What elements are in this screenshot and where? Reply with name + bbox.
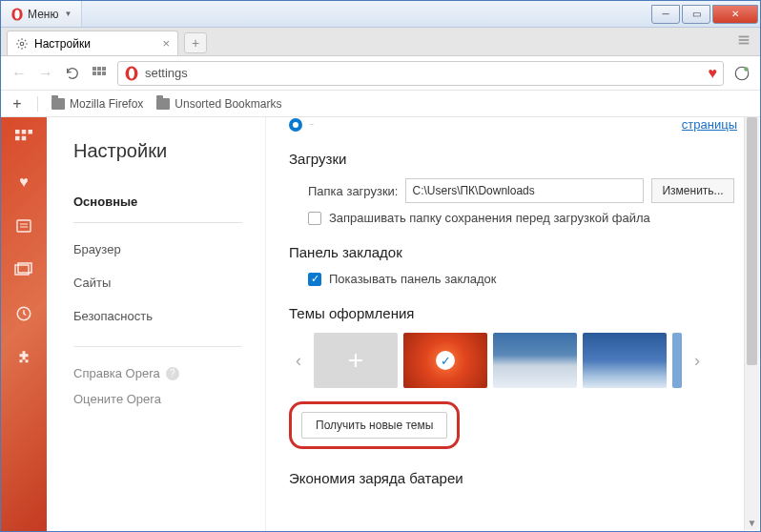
bookmarks-bar: + Mozilla Firefox Unsorted Bookmarks — [1, 91, 760, 117]
bookmark-label: Unsorted Bookmarks — [175, 97, 281, 111]
svg-rect-8 — [102, 67, 106, 71]
sidebar-item-rate[interactable]: Оцените Opera — [73, 386, 242, 412]
theme-card[interactable] — [583, 333, 667, 388]
sidebar-item-browser[interactable]: Браузер — [73, 233, 242, 266]
svg-point-1 — [14, 10, 19, 19]
rail-speed-dial-icon[interactable] — [14, 129, 33, 148]
rail-news-icon[interactable] — [14, 216, 33, 235]
startup-set-pages-link[interactable]: страницы — [682, 117, 737, 132]
settings-title: Настройки — [73, 140, 242, 162]
section-bookmarks-heading: Панель закладок — [289, 244, 737, 260]
svg-point-15 — [744, 67, 749, 72]
add-bookmark-button[interactable]: + — [10, 95, 24, 113]
opera-menu-button[interactable]: Меню ▼ — [1, 1, 82, 27]
theme-add-button[interactable]: + — [314, 333, 398, 388]
url-input[interactable] — [145, 66, 703, 80]
svg-rect-10 — [97, 72, 101, 75]
svg-rect-21 — [17, 220, 31, 232]
scroll-thumb[interactable] — [747, 117, 757, 365]
divider — [73, 346, 242, 347]
bookmark-folder-unsorted[interactable]: Unsorted Bookmarks — [156, 97, 281, 111]
help-icon: ? — [166, 367, 179, 380]
startup-radio-selected[interactable] — [289, 118, 302, 132]
chevron-down-icon: ▼ — [64, 10, 72, 18]
svg-rect-9 — [93, 72, 96, 75]
download-folder-input[interactable] — [405, 178, 644, 203]
sync-icon[interactable] — [733, 65, 751, 82]
svg-point-13 — [129, 68, 134, 78]
settings-sidebar: Настройки Основные Браузер Сайты Безопас… — [47, 117, 266, 531]
section-downloads-heading: Загрузки — [289, 151, 737, 167]
bookmark-heart-icon[interactable]: ♥ — [709, 65, 718, 82]
download-ask-label: Запрашивать папку сохранения перед загру… — [329, 211, 650, 225]
check-icon: ✓ — [436, 351, 455, 370]
rail-tabs-icon[interactable] — [14, 260, 33, 279]
theme-background-strip: ♥ — [1, 117, 47, 531]
download-folder-label: Папка загрузки: — [308, 184, 398, 198]
sidebar-item-basic[interactable]: Основные — [73, 185, 242, 223]
get-more-themes-button[interactable]: Получить новые темы — [301, 412, 447, 439]
navigation-toolbar: ← → ♥ — [1, 56, 760, 91]
svg-rect-17 — [22, 130, 27, 134]
speed-dial-button[interactable] — [91, 65, 108, 82]
svg-rect-19 — [15, 136, 20, 141]
show-bookmarks-checkbox[interactable]: ✓ — [308, 273, 321, 286]
section-battery-heading: Экономия заряда батареи — [289, 470, 737, 486]
scroll-down-arrow[interactable]: ▼ — [745, 515, 759, 530]
theme-card[interactable] — [493, 333, 577, 388]
theme-card-partial[interactable] — [672, 333, 682, 388]
bookmark-label: Mozilla Firefox — [70, 97, 143, 111]
svg-rect-20 — [22, 136, 27, 141]
back-button[interactable]: ← — [10, 65, 28, 82]
settings-main-panel: страницы Загрузки Папка загрузки: Измени… — [266, 117, 760, 531]
divider — [37, 96, 38, 112]
svg-rect-6 — [93, 67, 96, 71]
new-tab-button[interactable]: + — [184, 32, 207, 53]
tab-menu-icon[interactable] — [737, 33, 751, 51]
sidebar-item-help[interactable]: Справка Opera ? — [73, 360, 242, 386]
opera-logo-icon — [10, 8, 24, 21]
svg-point-2 — [20, 42, 24, 46]
themes-prev-button[interactable]: ‹ — [289, 333, 308, 388]
annotation-highlight: Получить новые темы — [289, 401, 460, 449]
download-change-button[interactable]: Изменить... — [651, 178, 733, 203]
rail-bookmarks-icon[interactable]: ♥ — [14, 173, 33, 192]
reload-button[interactable] — [64, 65, 81, 82]
svg-rect-5 — [739, 43, 750, 45]
svg-rect-18 — [29, 130, 33, 134]
tab-strip: Настройки × + — [1, 28, 760, 56]
svg-rect-4 — [739, 39, 750, 41]
sidebar-item-security[interactable]: Безопасность — [73, 299, 242, 333]
themes-next-button[interactable]: › — [688, 333, 707, 388]
gear-icon — [15, 37, 29, 51]
startup-cut-text — [310, 117, 674, 132]
bookmark-folder-firefox[interactable]: Mozilla Firefox — [51, 97, 143, 111]
download-ask-checkbox[interactable] — [308, 212, 321, 225]
tab-close-icon[interactable]: × — [162, 36, 170, 51]
help-label: Справка Opera — [73, 366, 160, 380]
folder-icon — [51, 98, 65, 110]
svg-rect-3 — [739, 36, 750, 38]
svg-rect-16 — [15, 130, 20, 134]
svg-rect-7 — [97, 67, 101, 71]
section-themes-heading: Темы оформления — [289, 305, 737, 321]
forward-button[interactable]: → — [37, 65, 54, 82]
theme-card-selected[interactable]: ✓ — [403, 333, 487, 388]
window-maximize-button[interactable]: ▭ — [682, 5, 710, 24]
rail-history-icon[interactable] — [14, 304, 33, 323]
address-bar[interactable]: ♥ — [117, 61, 724, 86]
rail-extensions-icon[interactable] — [14, 348, 33, 367]
window-close-button[interactable]: ✕ — [712, 5, 758, 24]
window-minimize-button[interactable]: ─ — [651, 5, 680, 24]
svg-rect-11 — [102, 72, 106, 75]
vertical-scrollbar[interactable]: ▲ ▼ — [744, 117, 759, 530]
window-titlebar: Меню ▼ ─ ▭ ✕ — [1, 1, 760, 28]
tab-settings[interactable]: Настройки × — [7, 31, 178, 55]
tab-title: Настройки — [34, 37, 91, 51]
show-bookmarks-label: Показывать панель закладок — [329, 272, 497, 286]
opera-badge-icon — [124, 66, 139, 81]
folder-icon — [156, 98, 170, 110]
menu-label: Меню — [28, 8, 58, 21]
rate-label: Оцените Opera — [73, 392, 161, 406]
sidebar-item-sites[interactable]: Сайты — [73, 266, 242, 299]
